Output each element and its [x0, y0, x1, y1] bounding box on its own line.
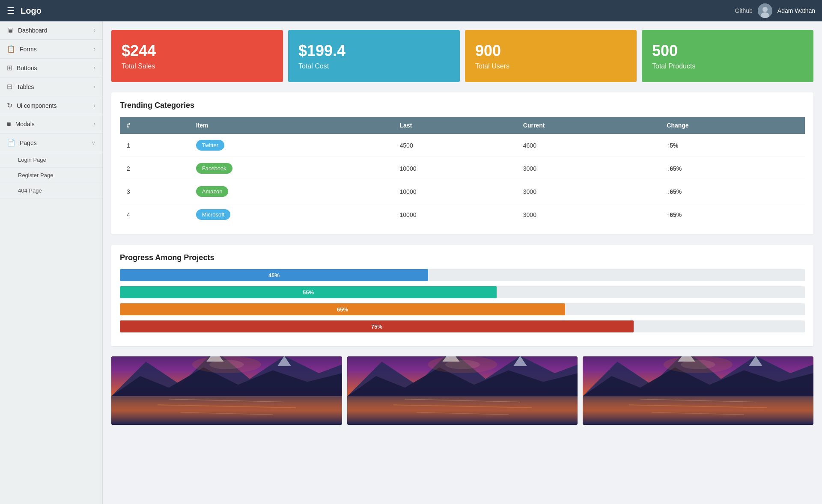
progress-bar-label: 55%	[303, 289, 314, 296]
buttons-icon: ⊞	[7, 64, 12, 72]
col-item: Item	[189, 117, 393, 134]
progress-bar-bg: 75%	[120, 320, 805, 332]
chevron-tables: ›	[94, 84, 95, 90]
progress-item: 65%	[120, 303, 805, 315]
cell-item: Twitter	[189, 134, 393, 157]
trending-categories-title: Trending Categories	[120, 101, 805, 110]
table-row: 4 Microsoft 10000 3000 65%	[120, 203, 805, 226]
total-products-label: Total Products	[652, 62, 803, 70]
sidebar-item-buttons[interactable]: ⊞ Buttons ›	[0, 59, 102, 77]
avatar	[758, 3, 772, 18]
stat-card-total-cost: $199.4 Total Cost	[288, 30, 460, 82]
col-current: Current	[516, 117, 660, 134]
sidebar-label-buttons: Buttons	[17, 65, 37, 71]
stat-card-total-products: 500 Total Products	[642, 30, 813, 82]
chevron-modals: ›	[94, 121, 95, 127]
progress-bar-label: 65%	[337, 306, 348, 313]
sidebar-item-modals[interactable]: ■ Modals ›	[0, 115, 102, 133]
col-num: #	[120, 117, 189, 134]
progress-bar-fill: 65%	[120, 303, 565, 315]
github-link[interactable]: Github	[735, 7, 753, 14]
svg-point-1	[762, 7, 768, 12]
sidebar-item-pages[interactable]: 📄 Pages ∨	[0, 133, 102, 152]
arrow-up-icon	[667, 211, 670, 218]
cell-current: 4600	[516, 134, 660, 157]
main-content: $244 Total Sales $199.4 Total Cost 900 T…	[103, 21, 822, 504]
sidebar-label-modals: Modals	[15, 121, 35, 127]
sidebar-label-dashboard: Dashboard	[18, 27, 48, 34]
table-row: 2 Facebook 10000 3000 65%	[120, 157, 805, 180]
cell-num: 1	[120, 134, 189, 157]
arrow-down-icon	[667, 188, 670, 195]
cell-current: 3000	[516, 157, 660, 180]
pages-icon: 📄	[7, 139, 15, 147]
svg-point-13	[209, 360, 244, 369]
cell-current: 3000	[516, 180, 660, 203]
hamburger-icon[interactable]: ☰	[7, 6, 15, 16]
cell-change: 65%	[660, 157, 805, 180]
progress-bar-fill: 75%	[120, 320, 634, 332]
cell-change: 65%	[660, 180, 805, 203]
cell-num: 2	[120, 157, 189, 180]
cell-item: Facebook	[189, 157, 393, 180]
trending-categories-section: Trending Categories # Item Last Current …	[111, 92, 813, 234]
total-sales-label: Total Sales	[122, 62, 273, 70]
arrow-up-icon	[667, 142, 670, 149]
cell-change: 65%	[660, 203, 805, 226]
total-users-value: 900	[475, 42, 626, 60]
image-inner	[583, 356, 813, 425]
top-nav: ☰ Logo Github Adam Wathan	[0, 0, 822, 21]
sidebar-item-tables[interactable]: ⊟ Tables ›	[0, 77, 102, 96]
sidebar-label-ui-components: Ui components	[17, 102, 57, 109]
progress-item: 45%	[120, 269, 805, 281]
cell-last: 10000	[393, 180, 516, 203]
user-name: Adam Wathan	[777, 7, 815, 14]
sidebar-item-forms[interactable]: 📋 Forms ›	[0, 40, 102, 59]
progress-bar-bg: 45%	[120, 269, 805, 281]
image-grid	[111, 356, 813, 425]
sidebar-label-pages: Pages	[20, 139, 37, 146]
sidebar-sub-item-register[interactable]: Register Page	[0, 168, 102, 183]
image-inner	[347, 356, 578, 425]
item-badge: Microsoft	[196, 209, 231, 220]
stat-card-total-users: 900 Total Users	[465, 30, 637, 82]
total-cost-value: $199.4	[298, 42, 450, 60]
stat-card-total-sales: $244 Total Sales	[111, 30, 283, 82]
svg-point-24	[445, 360, 480, 369]
progress-section: Progress Among Projects 45% 55% 65% 75%	[111, 245, 813, 346]
chevron-buttons: ›	[94, 65, 95, 71]
logo: Logo	[21, 6, 42, 16]
image-card-3	[583, 356, 813, 425]
trending-table: # Item Last Current Change 1 Twitter 450…	[120, 117, 805, 226]
total-cost-label: Total Cost	[298, 62, 450, 70]
sidebar: 🖥 Dashboard › 📋 Forms › ⊞ Buttons › ⊟ Ta…	[0, 21, 103, 504]
progress-bar-fill: 45%	[120, 269, 428, 281]
svg-point-35	[681, 360, 715, 369]
progress-bars: 45% 55% 65% 75%	[120, 269, 805, 332]
cell-current: 3000	[516, 203, 660, 226]
image-inner	[111, 356, 342, 425]
sidebar-sub-label-404: 404 Page	[18, 187, 42, 194]
cell-change: 5%	[660, 134, 805, 157]
col-last: Last	[393, 117, 516, 134]
total-products-value: 500	[652, 42, 803, 60]
progress-bar-label: 45%	[268, 272, 280, 279]
table-row: 1 Twitter 4500 4600 5%	[120, 134, 805, 157]
ui-components-icon: ↻	[7, 101, 12, 110]
cell-num: 3	[120, 180, 189, 203]
chevron-ui-components: ›	[94, 103, 95, 109]
cell-last: 10000	[393, 157, 516, 180]
progress-section-title: Progress Among Projects	[120, 253, 805, 262]
tables-icon: ⊟	[7, 83, 12, 91]
total-users-label: Total Users	[475, 62, 626, 70]
sidebar-sub-label-register: Register Page	[18, 172, 53, 178]
image-card-2	[347, 356, 578, 425]
cell-num: 4	[120, 203, 189, 226]
progress-bar-bg: 55%	[120, 286, 805, 298]
sidebar-sub-item-404[interactable]: 404 Page	[0, 183, 102, 199]
sidebar-sub-item-login[interactable]: Login Page	[0, 152, 102, 168]
item-badge: Amazon	[196, 186, 229, 197]
sidebar-item-dashboard[interactable]: 🖥 Dashboard ›	[0, 21, 102, 40]
sidebar-item-ui-components[interactable]: ↻ Ui components ›	[0, 96, 102, 115]
item-badge: Twitter	[196, 140, 224, 151]
